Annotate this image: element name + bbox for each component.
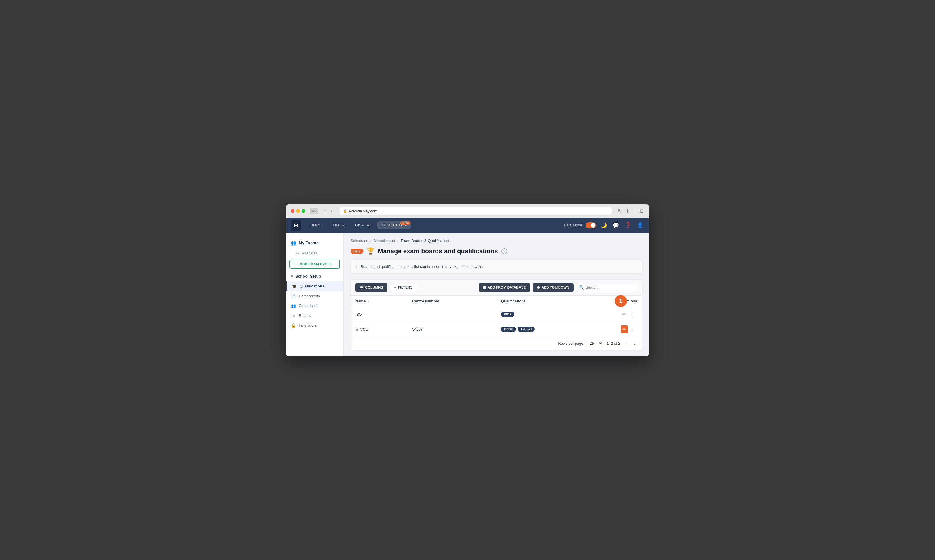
minimize-dot[interactable] [296, 209, 300, 213]
sidebar-school-setup-section: ≡ School Setup 🎓 Qualifications 📄 Compon… [286, 271, 343, 330]
browser-controls: ⊞ ∨ ‹ › 🔒 examdisplay.com ↻ ⬆ + ⊡ [291, 208, 644, 215]
cell-quals-ibo: IBDP [496, 307, 602, 322]
col-name[interactable]: Name ↑ [351, 295, 407, 307]
table-container: 👁 COLUMNS ≡ FILTERS ⊞ ADD FROM DATABASE … [350, 279, 642, 351]
rooms-icon: ⊞ [291, 313, 296, 318]
breadcrumb-sep-2: › [397, 238, 398, 243]
add-from-database-button[interactable]: ⊞ ADD FROM DATABASE [479, 283, 530, 292]
breadcrumb-sep-1: › [370, 238, 371, 243]
database-icon: ⊞ [483, 285, 486, 289]
school-setup-header[interactable]: ≡ School Setup [286, 271, 343, 282]
app-nav: ⊞ HOME TIMER DISPLAY SCHEDULER Beta Beta… [286, 218, 649, 233]
candidates-label: Candidates [299, 304, 318, 308]
breadcrumb: Scheduler › School setup › Exam Boards &… [350, 238, 642, 243]
address-bar[interactable]: 🔒 examdisplay.com [339, 208, 611, 215]
dark-mode-button[interactable]: 🌙 [599, 221, 608, 230]
columns-button[interactable]: 👁 COLUMNS [355, 283, 387, 292]
qual-badge-ibdp: IBDP [501, 312, 514, 317]
help-button[interactable]: ❓ [623, 221, 632, 230]
invigilators-label: Invigilators [299, 323, 316, 328]
share-button[interactable]: ⬆ [625, 208, 630, 214]
add-exam-cycle-button[interactable]: + + ADD EXAM CYCLE [290, 260, 340, 269]
sidebar-toggle-button[interactable]: ⊡ [639, 208, 644, 214]
back-button[interactable]: ‹ [322, 208, 327, 214]
sidebar-item-candidates[interactable]: 👥 Candidates [286, 301, 343, 311]
new-tab-button[interactable]: + [633, 208, 637, 214]
cell-name-ibo: IBO [351, 307, 407, 322]
search-box[interactable]: 🔍 [576, 283, 637, 292]
qualifications-label: Qualifications [299, 284, 324, 288]
table-row: ⊞ VCE 34567 GCSE A-Level [351, 322, 642, 337]
table-row: IBO IBDP [351, 307, 642, 322]
beta-mode-toggle[interactable] [586, 222, 596, 228]
all-cycles-icon: ⟳ [296, 251, 299, 255]
add-exam-cycle-label: + ADD EXAM CYCLE [297, 262, 332, 266]
columns-eye-icon: 👁 [360, 285, 363, 289]
nav-tab-scheduler[interactable]: SCHEDULER Beta [377, 221, 411, 229]
pagination-info: 1–2 of 2 [606, 341, 620, 346]
edit-button-ibo[interactable]: ✏ [621, 311, 628, 318]
close-dot[interactable] [291, 209, 295, 213]
row-actions-ibo: ✏ ⋮ [606, 311, 637, 318]
nav-tab-timer[interactable]: TIMER [328, 221, 349, 229]
maximize-dot[interactable] [302, 209, 305, 213]
edit-button-vce[interactable]: ✏ [621, 325, 628, 333]
forward-button[interactable]: › [329, 208, 333, 214]
components-icon: 📄 [291, 294, 296, 298]
school-setup-icon: ≡ [291, 274, 293, 278]
nav-tabs: HOME TIMER DISPLAY SCHEDULER Beta [305, 221, 564, 229]
cell-centre-ibo [407, 307, 496, 322]
sidebar-item-components[interactable]: 📄 Components [286, 291, 343, 301]
add-from-db-label: ADD FROM DATABASE [488, 285, 526, 289]
breadcrumb-school-setup[interactable]: School setup [373, 238, 395, 243]
table-toolbar: 👁 COLUMNS ≡ FILTERS ⊞ ADD FROM DATABASE … [351, 280, 642, 295]
components-label: Components [299, 294, 320, 298]
search-input[interactable] [586, 285, 634, 289]
logo-icon: ⊞ [294, 222, 298, 228]
add-your-own-button[interactable]: ⊕ ADD YOUR OWN [532, 283, 574, 292]
browser-window: ⊞ ∨ ‹ › 🔒 examdisplay.com ↻ ⬆ + ⊡ ⊞ HOME… [286, 204, 649, 356]
sidebar-item-all-cycles[interactable]: ⟳ All Cycles [286, 249, 343, 258]
beta-pill: Beta [350, 249, 363, 254]
help-circle-icon[interactable]: ? [501, 248, 507, 254]
user-button[interactable]: 👤 [636, 221, 644, 230]
qualifications-icon: 🎓 [292, 284, 297, 289]
add-own-icon: ⊕ [537, 285, 540, 289]
nav-tab-display[interactable]: DISPLAY [350, 221, 376, 229]
cell-actions-vce: ✏ ⋮ [602, 322, 642, 337]
page-title: Manage exam boards and qualifications [378, 248, 498, 255]
qual-badge-gcse: GCSE [501, 327, 515, 332]
my-exams-label: My Exams [299, 241, 318, 245]
sidebar-item-rooms[interactable]: ⊞ Rooms [286, 311, 343, 321]
window-mode-button[interactable]: ⊞ ∨ [310, 208, 318, 214]
table-header-row: Name ↑ Centre Number Qualifications Acti… [351, 295, 642, 307]
all-cycles-label: All Cycles [302, 251, 318, 255]
rooms-label: Rooms [299, 313, 310, 318]
traffic-lights [291, 209, 305, 213]
next-page-button[interactable]: › [632, 340, 637, 347]
sidebar-item-invigilators[interactable]: 🔒 Invigilators [286, 321, 343, 330]
trophy-icon: 🏆 [367, 248, 375, 255]
table-footer: Rows per page: 25 50 100 1–2 of 2 ‹ › [351, 337, 642, 350]
prev-page-button[interactable]: ‹ [623, 340, 628, 347]
qual-badges-ibo: IBDP [501, 312, 597, 317]
vce-icon: ⊞ [355, 328, 358, 331]
browser-chrome: ⊞ ∨ ‹ › 🔒 examdisplay.com ↻ ⬆ + ⊡ [286, 204, 649, 218]
chat-button[interactable]: 💬 [611, 221, 620, 230]
info-banner: ℹ Boards and qualifications in this list… [350, 260, 642, 274]
filters-button[interactable]: ≡ FILTERS [390, 283, 417, 292]
reload-button[interactable]: ↻ [617, 208, 622, 214]
sidebar-my-exams-header[interactable]: 👥 My Exams [286, 237, 343, 249]
columns-label: COLUMNS [365, 285, 383, 289]
cell-centre-vce: 34567 [407, 322, 496, 337]
invigilators-icon: 🔒 [291, 323, 296, 328]
sidebar-item-qualifications[interactable]: 🎓 Qualifications [286, 282, 343, 291]
school-setup-label: School Setup [295, 274, 321, 278]
rows-per-page-select[interactable]: 25 50 100 [586, 340, 603, 347]
more-button-vce[interactable]: ⋮ [629, 325, 637, 333]
filters-icon: ≡ [394, 285, 396, 289]
data-table: Name ↑ Centre Number Qualifications Acti… [351, 295, 642, 337]
nav-tab-home[interactable]: HOME [305, 221, 327, 229]
more-button-ibo[interactable]: ⋮ [629, 311, 637, 318]
breadcrumb-scheduler[interactable]: Scheduler [350, 238, 367, 243]
